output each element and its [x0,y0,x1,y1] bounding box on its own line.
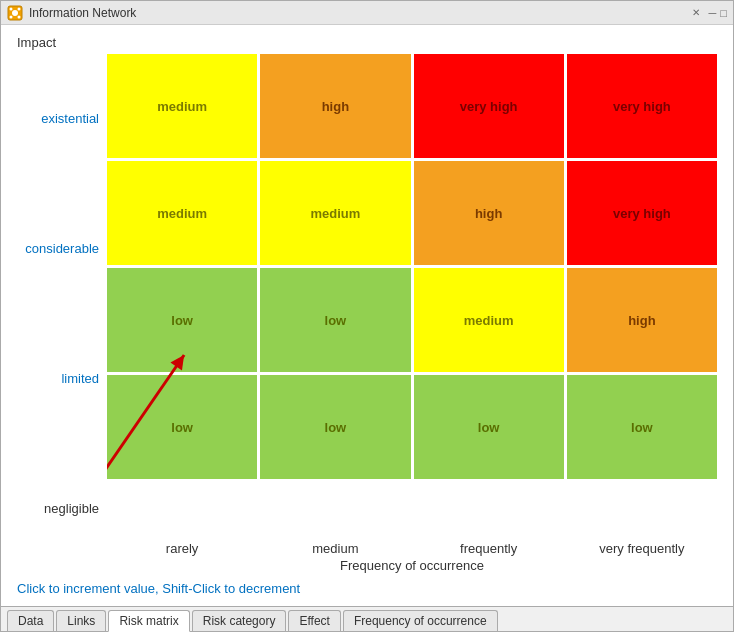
tab-bar: Data Links Risk matrix Risk category Eff… [1,606,733,631]
svg-point-4 [10,15,13,18]
x-label-frequently: frequently [414,541,564,556]
matrix-area: existential considerable limited negligi… [17,54,717,573]
window-controls: ✕ [689,6,703,20]
y-labels: existential considerable limited negligi… [17,54,107,573]
cell-2-3[interactable]: high [567,268,717,372]
cell-3-1[interactable]: low [260,375,410,479]
main-window: Information Network ✕ ─ □ Impact existen… [0,0,734,632]
cell-2-2[interactable]: medium [414,268,564,372]
cell-1-0[interactable]: medium [107,161,257,265]
impact-label: Impact [17,35,717,50]
matrix-wrapper: medium high very high very high medium m… [107,54,717,573]
cell-0-3[interactable]: very high [567,54,717,158]
minimize-button[interactable]: ─ [709,7,717,19]
risk-matrix-grid: medium high very high very high medium m… [107,54,717,535]
window-title: Information Network [29,6,683,20]
title-bar: Information Network ✕ ─ □ [1,1,733,25]
x-labels: rarely medium frequently very frequently… [107,541,717,573]
arrow-container: medium high very high very high medium m… [107,54,717,535]
y-label-considerable: considerable [17,197,99,301]
main-content: Impact existential considerable limited … [1,25,733,606]
cell-2-0[interactable]: low [107,268,257,372]
cell-0-2[interactable]: very high [414,54,564,158]
cell-3-3[interactable]: low [567,375,717,479]
cell-1-2[interactable]: high [414,161,564,265]
cell-1-1[interactable]: medium [260,161,410,265]
svg-point-2 [10,7,13,10]
y-label-negligible: negligible [17,456,99,560]
svg-point-1 [12,10,18,16]
cell-0-0[interactable]: medium [107,54,257,158]
window-buttons: ─ □ [709,7,727,19]
y-label-limited: limited [17,326,99,430]
svg-point-5 [18,15,21,18]
cell-2-1[interactable]: low [260,268,410,372]
svg-point-3 [18,7,21,10]
close-button[interactable]: ✕ [689,6,703,20]
tab-frequency[interactable]: Frequency of occurrence [343,610,498,631]
tab-effect[interactable]: Effect [288,610,340,631]
cell-1-3[interactable]: very high [567,161,717,265]
cell-3-2[interactable]: low [414,375,564,479]
instruction-text: Click to increment value, Shift-Click to… [17,581,717,596]
cell-0-1[interactable]: high [260,54,410,158]
tab-risk-category[interactable]: Risk category [192,610,287,631]
tab-links[interactable]: Links [56,610,106,631]
cell-3-0[interactable]: low [107,375,257,479]
y-label-existential: existential [17,67,99,171]
app-icon [7,5,23,21]
maximize-button[interactable]: □ [720,7,727,19]
x-label-very-frequently: very frequently [567,541,717,556]
x-labels-row: rarely medium frequently very frequently [107,541,717,556]
tab-data[interactable]: Data [7,610,54,631]
x-axis-title: Frequency of occurrence [340,558,484,573]
x-label-rarely: rarely [107,541,257,556]
x-label-medium: medium [260,541,410,556]
tab-risk-matrix[interactable]: Risk matrix [108,610,189,632]
